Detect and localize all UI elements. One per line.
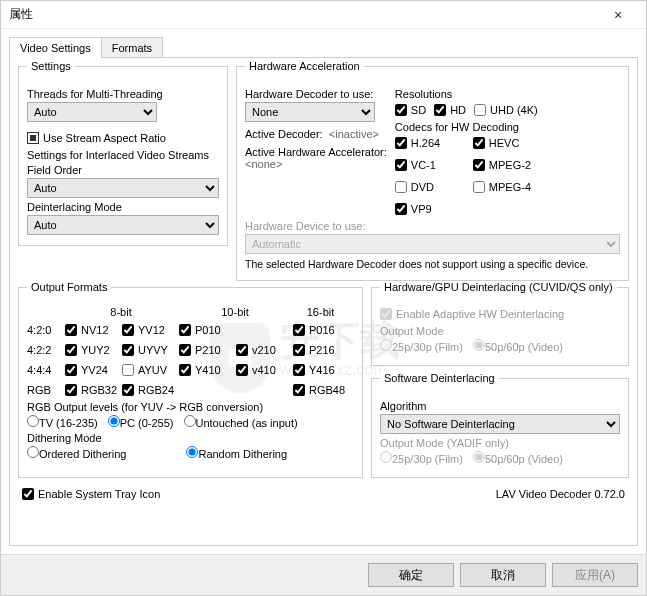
fmt-v210-checkbox[interactable]: v210 bbox=[236, 344, 291, 356]
group-settings-title: Settings bbox=[27, 60, 75, 72]
tab-formats[interactable]: Formats bbox=[101, 37, 163, 58]
fmt-ayuv-checkbox[interactable]: AYUV bbox=[122, 364, 177, 376]
fmt-y416-checkbox[interactable]: Y416 bbox=[293, 364, 348, 376]
fmt-p010-checkbox[interactable]: P010 bbox=[179, 324, 234, 336]
field-order-label: Field Order bbox=[27, 164, 219, 176]
codec-mpeg2-checkbox[interactable]: MPEG-2 bbox=[473, 159, 543, 171]
hw-device-note: The selected Hardware Decoder does not s… bbox=[245, 258, 620, 270]
hw-decoder-label: Hardware Decoder to use: bbox=[245, 88, 387, 100]
dithering-ordered-radio[interactable]: Ordered Dithering bbox=[27, 446, 126, 460]
group-gpu-deinterlacing: Hardware/GPU Deinterlacing (CUVID/QS onl… bbox=[371, 287, 629, 366]
version-label: LAV Video Decoder 0.72.0 bbox=[496, 488, 625, 500]
res-hd-checkbox[interactable]: HD bbox=[434, 104, 466, 116]
fmt-rgb24-checkbox[interactable]: RGB24 bbox=[122, 384, 177, 396]
threads-select[interactable]: Auto bbox=[27, 102, 157, 122]
row-444-label: 4:4:4 bbox=[27, 364, 63, 376]
deinterlacing-mode-label: Deinterlacing Mode bbox=[27, 201, 219, 213]
sw-deint-algo-label: Algorithm bbox=[380, 400, 620, 412]
threads-label: Threads for Multi-Threading bbox=[27, 88, 219, 100]
dialog-button-bar: 确定 取消 应用(A) bbox=[1, 554, 646, 595]
sw-deint-algo-select[interactable]: No Software Deinterlacing bbox=[380, 414, 620, 434]
codec-dvd-checkbox[interactable]: DVD bbox=[395, 181, 465, 193]
dialog-window: 属性 × Video Settings Formats 安下载 www.anxz… bbox=[0, 0, 647, 596]
fmt-p210-checkbox[interactable]: P210 bbox=[179, 344, 234, 356]
res-uhd-checkbox[interactable]: UHD (4K) bbox=[474, 104, 538, 116]
output-formats-title: Output Formats bbox=[27, 281, 111, 293]
sw-deint-film-radio: 25p/30p (Film) bbox=[380, 451, 463, 465]
checkbox-filled-icon bbox=[27, 132, 39, 144]
interlaced-settings-label: Settings for Interlaced Video Streams bbox=[27, 149, 219, 161]
close-icon[interactable]: × bbox=[598, 7, 638, 23]
codec-h264-checkbox[interactable]: H.264 bbox=[395, 137, 465, 149]
active-accel-value: <none> bbox=[245, 158, 387, 170]
fmt-nv12-checkbox[interactable]: NV12 bbox=[65, 324, 120, 336]
fmt-yv12-checkbox[interactable]: YV12 bbox=[122, 324, 177, 336]
ok-button[interactable]: 确定 bbox=[368, 563, 454, 587]
row-rgb-label: RGB bbox=[27, 384, 63, 396]
bits-8-label: 8-bit bbox=[65, 306, 177, 318]
fmt-p016-checkbox[interactable]: P016 bbox=[293, 324, 348, 336]
fmt-yuy2-checkbox[interactable]: YUY2 bbox=[65, 344, 120, 356]
gpu-deint-film-radio: 25p/30p (Film) bbox=[380, 339, 463, 353]
deinterlacing-mode-select[interactable]: Auto bbox=[27, 215, 219, 235]
use-stream-aspect-checkbox[interactable]: Use Stream Aspect Ratio bbox=[27, 132, 166, 144]
cancel-button[interactable]: 取消 bbox=[460, 563, 546, 587]
enable-tray-checkbox[interactable]: Enable System Tray Icon bbox=[22, 488, 160, 500]
group-hardware-accel: Hardware Acceleration Hardware Decoder t… bbox=[236, 66, 629, 281]
fmt-y410-checkbox[interactable]: Y410 bbox=[179, 364, 234, 376]
hw-device-select: Automatic bbox=[245, 234, 620, 254]
active-decoder-label: Active Decoder: bbox=[245, 128, 323, 140]
active-decoder-value: <inactive> bbox=[329, 128, 379, 140]
row-422-label: 4:2:2 bbox=[27, 344, 63, 356]
active-accel-label: Active Hardware Accelerator: bbox=[245, 146, 387, 158]
gpu-deint-enable-checkbox: Enable Adaptive HW Deinterlacing bbox=[380, 308, 564, 320]
hw-device-label: Hardware Device to use: bbox=[245, 220, 620, 232]
sw-deint-output-mode-label: Output Mode (YADIF only) bbox=[380, 437, 620, 449]
group-software-deinterlacing: Software Deinterlacing Algorithm No Soft… bbox=[371, 378, 629, 478]
fmt-uyvy-checkbox[interactable]: UYVY bbox=[122, 344, 177, 356]
gpu-deint-title: Hardware/GPU Deinterlacing (CUVID/QS onl… bbox=[380, 281, 617, 293]
apply-button[interactable]: 应用(A) bbox=[552, 563, 638, 587]
window-title: 属性 bbox=[9, 6, 598, 23]
gpu-deint-video-radio: 50p/60p (Video) bbox=[473, 339, 563, 353]
fmt-rgb48-checkbox[interactable]: RGB48 bbox=[293, 384, 348, 396]
fmt-rgb32-checkbox[interactable]: RGB32 bbox=[65, 384, 120, 396]
fmt-v410-checkbox[interactable]: v410 bbox=[236, 364, 291, 376]
fmt-yv24-checkbox[interactable]: YV24 bbox=[65, 364, 120, 376]
use-stream-aspect-label: Use Stream Aspect Ratio bbox=[43, 132, 166, 144]
fmt-p216-checkbox[interactable]: P216 bbox=[293, 344, 348, 356]
sw-deint-title: Software Deinterlacing bbox=[380, 372, 499, 384]
codec-hevc-checkbox[interactable]: HEVC bbox=[473, 137, 543, 149]
rgb-levels-untouched-radio[interactable]: Untouched (as input) bbox=[184, 415, 298, 429]
rgb-levels-label: RGB Output levels (for YUV -> RGB conver… bbox=[27, 401, 354, 413]
bits-16-label: 16-bit bbox=[293, 306, 348, 318]
codec-mpeg4-checkbox[interactable]: MPEG-4 bbox=[473, 181, 543, 193]
bits-10-label: 10-bit bbox=[179, 306, 291, 318]
row-420-label: 4:2:0 bbox=[27, 324, 63, 336]
titlebar: 属性 × bbox=[1, 1, 646, 29]
codec-vp9-checkbox[interactable]: VP9 bbox=[395, 203, 465, 215]
hw-decoder-select[interactable]: None bbox=[245, 102, 375, 122]
group-settings: Settings Threads for Multi-Threading Aut… bbox=[18, 66, 228, 246]
rgb-levels-pc-radio[interactable]: PC (0-255) bbox=[108, 415, 174, 429]
dithering-label: Dithering Mode bbox=[27, 432, 354, 444]
codecs-label: Codecs for HW Decoding bbox=[395, 121, 620, 133]
dithering-random-radio[interactable]: Random Dithering bbox=[186, 446, 287, 460]
group-hw-title: Hardware Acceleration bbox=[245, 60, 364, 72]
codec-vc1-checkbox[interactable]: VC-1 bbox=[395, 159, 465, 171]
rgb-levels-tv-radio[interactable]: TV (16-235) bbox=[27, 415, 98, 429]
res-sd-checkbox[interactable]: SD bbox=[395, 104, 426, 116]
tab-panel: 安下载 www.anxz.com Settings Threads for Mu… bbox=[9, 57, 638, 546]
sw-deint-video-radio: 50p/60p (Video) bbox=[473, 451, 563, 465]
tab-video-settings[interactable]: Video Settings bbox=[9, 37, 102, 58]
group-output-formats: Output Formats 8-bit 10-bit 16-bit 4:2:0… bbox=[18, 287, 363, 478]
gpu-deint-output-mode-label: Output Mode bbox=[380, 325, 620, 337]
resolutions-label: Resolutions bbox=[395, 88, 620, 100]
field-order-select[interactable]: Auto bbox=[27, 178, 219, 198]
tab-strip: Video Settings Formats bbox=[1, 29, 646, 58]
